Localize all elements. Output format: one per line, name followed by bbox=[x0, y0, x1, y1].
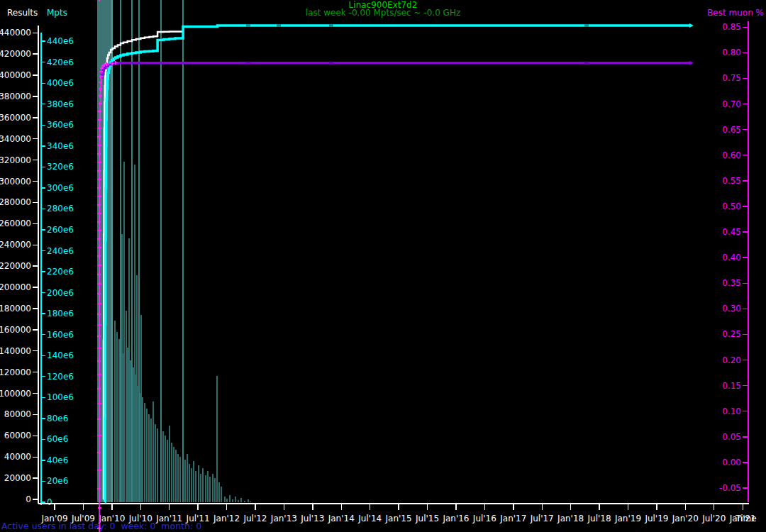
muon-tick-label: 0.85 bbox=[722, 22, 741, 32]
mpts-tick-label: 180e6 bbox=[47, 309, 74, 318]
muon-tick-label: 0.25 bbox=[722, 329, 741, 339]
mpts-event-marker bbox=[329, 24, 333, 27]
results-tick-label: 260000 bbox=[0, 218, 31, 228]
mpts-line-end-arrow bbox=[689, 23, 694, 28]
mpts-tick-label: 140e6 bbox=[47, 350, 74, 360]
mpts-series-line bbox=[105, 26, 689, 502]
mpts-tick-label: 440e6 bbox=[47, 36, 74, 46]
left-axis-title-mpts: Mpts bbox=[47, 9, 67, 18]
mpts-tick-label: 120e6 bbox=[47, 372, 74, 382]
results-tick-label: 160000 bbox=[0, 325, 31, 335]
chart-canvas: 4400004200004000003800003600003400003200… bbox=[0, 0, 766, 532]
muon-tick-label: 0.35 bbox=[722, 278, 741, 288]
mpts-event-marker bbox=[246, 24, 250, 27]
results-tick-label: 340000 bbox=[0, 134, 31, 144]
muon-series-plateau-line bbox=[101, 63, 689, 77]
mpts-tick-label: 40e6 bbox=[47, 455, 68, 465]
time-tick-label: Jul'16 bbox=[472, 514, 496, 523]
muon-series-rise-line bbox=[99, 77, 101, 532]
chart-subtitle: last week -0.00 Mpts/sec ~ -0.0 GHz bbox=[0, 9, 766, 18]
active-users-footer: Active users in last day: 0 week: 0 mont… bbox=[1, 521, 201, 531]
muon-tick-label: 0.40 bbox=[722, 253, 741, 262]
results-tick-label: 420000 bbox=[0, 49, 31, 59]
activity-band bbox=[97, 0, 111, 502]
results-tick-label: 400000 bbox=[0, 70, 31, 80]
muon-tick-label: 0.75 bbox=[722, 73, 741, 83]
time-tick-label: Jul'13 bbox=[300, 514, 324, 523]
time-tick-label: Jan'15 bbox=[385, 514, 412, 523]
muon-tick-label: 0.45 bbox=[722, 227, 741, 237]
results-tick-label: 20000 bbox=[4, 473, 31, 483]
mpts-tick-label: 0 bbox=[47, 497, 52, 507]
time-tick-label: Jan'16 bbox=[442, 514, 469, 523]
time-tick-label: Jan'14 bbox=[328, 514, 355, 523]
muon-tick-label: 0.60 bbox=[722, 150, 741, 160]
muon-tick-label: 0.05 bbox=[722, 432, 741, 442]
muon-tick-label: 0.20 bbox=[722, 355, 741, 365]
time-tick-label: Jul'14 bbox=[357, 514, 382, 523]
muon-tick-label: 0.15 bbox=[722, 381, 741, 391]
muon-tick-label: 0.80 bbox=[722, 48, 741, 57]
time-tick-label: Jan'13 bbox=[270, 514, 297, 523]
muon-tick-label: 0.00 bbox=[722, 458, 741, 467]
results-tick-label: 220000 bbox=[0, 261, 31, 271]
mpts-tick-label: 320e6 bbox=[47, 162, 74, 172]
results-tick-label: 360000 bbox=[0, 113, 31, 123]
time-tick-label: Jan'12 bbox=[213, 514, 240, 523]
mpts-event-marker bbox=[277, 24, 281, 27]
mpts-tick-label: 80e6 bbox=[47, 414, 68, 423]
time-tick-label: Jul'17 bbox=[530, 514, 554, 523]
results-tick-label: 380000 bbox=[0, 92, 31, 101]
time-tick-label: Jul'20 bbox=[701, 514, 726, 523]
linac-history-chart-page: Linac900Ext7d2 last week -0.00 Mpts/sec … bbox=[0, 0, 766, 532]
mpts-tick-label: 240e6 bbox=[47, 246, 74, 256]
time-tick-label: Jan'18 bbox=[557, 514, 584, 523]
mpts-tick-label: 220e6 bbox=[47, 267, 74, 277]
time-tick-label: Jan'19 bbox=[614, 514, 641, 523]
results-tick-label: 320000 bbox=[0, 155, 31, 165]
right-axis-title-best-muon: Best muon % bbox=[707, 9, 764, 18]
results-tick-label: 140000 bbox=[0, 346, 31, 356]
results-tick-label: 40000 bbox=[4, 452, 31, 462]
time-axis-title: Time bbox=[735, 514, 756, 523]
mpts-tick-label: 280e6 bbox=[47, 204, 74, 214]
results-tick-label: 300000 bbox=[0, 177, 31, 187]
mpts-tick-label: 160e6 bbox=[47, 330, 74, 340]
muon-tick-label: 0.30 bbox=[722, 304, 741, 314]
mpts-tick-label: 20e6 bbox=[47, 476, 68, 486]
mpts-tick-label: 400e6 bbox=[47, 78, 74, 88]
results-tick-label: 0 bbox=[26, 494, 31, 504]
muon-tick-label: 0.70 bbox=[722, 99, 741, 109]
muon-tick-label: 0.10 bbox=[722, 406, 741, 416]
results-tick-label: 440000 bbox=[0, 28, 31, 38]
results-tick-label: 180000 bbox=[0, 304, 31, 314]
mpts-tick-label: 260e6 bbox=[47, 225, 74, 235]
results-tick-label: 60000 bbox=[4, 431, 31, 440]
muon-tick-label: 0.50 bbox=[722, 201, 741, 211]
muon-line-end-arrow bbox=[689, 61, 694, 65]
results-series-line bbox=[104, 31, 183, 499]
mpts-tick-label: 380e6 bbox=[47, 99, 74, 109]
results-tick-label: 100000 bbox=[0, 389, 31, 399]
results-tick-label: 280000 bbox=[0, 197, 31, 207]
mpts-tick-label: 100e6 bbox=[47, 392, 74, 402]
results-tick-label: 80000 bbox=[4, 409, 31, 419]
results-tick-label: 120000 bbox=[0, 367, 31, 377]
time-tick-label: Jan'21 bbox=[729, 514, 756, 523]
time-tick-label: Jul'12 bbox=[243, 514, 267, 523]
muon-event-marker bbox=[584, 62, 589, 65]
muon-tick-label: 0.55 bbox=[722, 176, 741, 186]
time-tick-label: Jan'17 bbox=[499, 514, 526, 523]
mpts-tick-label: 340e6 bbox=[47, 141, 74, 151]
time-tick-label: Jul'15 bbox=[415, 514, 439, 523]
mpts-tick-label: 360e6 bbox=[47, 120, 74, 130]
mpts-tick-label: 60e6 bbox=[47, 434, 68, 444]
mpts-event-marker bbox=[584, 24, 589, 27]
results-tick-label: 200000 bbox=[0, 282, 31, 292]
mpts-tick-label: 420e6 bbox=[47, 57, 74, 67]
mpts-tick-label: 200e6 bbox=[47, 288, 74, 298]
time-tick-label: Jul'19 bbox=[644, 514, 668, 523]
results-tick-label: 240000 bbox=[0, 240, 31, 250]
left-axis-title-results: Results bbox=[7, 9, 38, 18]
muon-tick-label: 0.65 bbox=[722, 125, 741, 135]
